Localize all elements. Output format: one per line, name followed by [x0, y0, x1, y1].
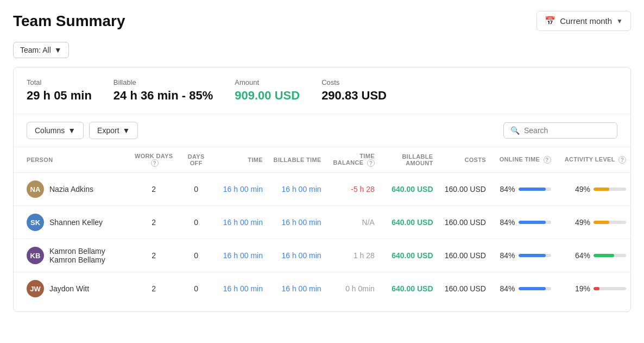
- table-wrap: PERSON WORK DAYS ? DAYS OFF TIME BILLABL…: [14, 147, 630, 311]
- amount-label: Amount: [235, 78, 300, 86]
- team-select-button[interactable]: Team: All ▼: [13, 42, 69, 58]
- online-bar-fill: [519, 221, 546, 224]
- col-header-activity-level: ACTIVITY LEVEL ?: [555, 147, 630, 173]
- billable-label: Billable: [113, 78, 213, 86]
- cell-costs: 160.00 USD: [438, 173, 490, 206]
- cell-workdays: 2: [130, 173, 178, 206]
- time-link[interactable]: 16 h 00 min: [223, 218, 263, 227]
- costs-value: 290.83 USD: [321, 89, 387, 103]
- cell-activity-level: 49%: [555, 173, 630, 206]
- col-header-billable-amount: BILLABLE AMOUNT: [379, 147, 438, 173]
- export-button[interactable]: Export ▼: [89, 122, 138, 139]
- main-card: Total 29 h 05 min Billable 24 h 36 min -…: [13, 67, 631, 312]
- person-name[interactable]: Shannen Kelley: [49, 218, 103, 227]
- avatar: JW: [27, 280, 44, 297]
- online-pct: 84%: [498, 284, 515, 293]
- cell-billable-time: 16 h 00 min: [267, 239, 326, 272]
- activity-bar-fill: [594, 254, 614, 257]
- time-link[interactable]: 16 h 00 min: [223, 251, 263, 260]
- cell-person: NA Nazia Adkins: [14, 173, 130, 206]
- online-help-icon: ?: [544, 156, 551, 164]
- toolbar: Columns ▼ Export ▼ 🔍: [14, 114, 630, 147]
- search-icon: 🔍: [510, 126, 520, 135]
- col-header-person: PERSON: [14, 147, 130, 173]
- online-bar: [519, 287, 551, 290]
- billable-time-link[interactable]: 16 h 00 min: [281, 218, 321, 227]
- cell-workdays: 2: [130, 239, 178, 272]
- col-header-daysoff: DAYS OFF: [178, 147, 215, 173]
- person-name[interactable]: Kamron Bellamy Kamron Bellamy: [49, 247, 125, 264]
- activity-pct: 49%: [573, 185, 590, 194]
- cell-activity-level: 64%: [555, 239, 630, 272]
- billable-time-link[interactable]: 16 h 00 min: [281, 185, 321, 194]
- time-link[interactable]: 16 h 00 min: [223, 185, 263, 194]
- cell-online-time: 84%: [490, 272, 555, 305]
- col-header-online-time: ONLINE TIME ?: [490, 147, 555, 173]
- avatar: SK: [27, 214, 44, 231]
- cell-billable-amount: 640.00 USD: [379, 173, 438, 206]
- cell-costs: 160.00 USD: [438, 272, 490, 305]
- stat-total: Total 29 h 05 min: [27, 78, 92, 103]
- table-row: KB Kamron Bellamy Kamron Bellamy 2 0 16 …: [14, 239, 630, 272]
- cell-person: SK Shannen Kelley: [14, 206, 130, 239]
- table-row: SK Shannen Kelley 2 0 16 h 00 min 16 h 0…: [14, 206, 630, 239]
- cell-person: KB Kamron Bellamy Kamron Bellamy: [14, 239, 130, 272]
- cell-activity-level: 19%: [555, 272, 630, 305]
- cell-balance: N/A: [326, 206, 379, 239]
- online-bar: [519, 188, 551, 191]
- table-head: PERSON WORK DAYS ? DAYS OFF TIME BILLABL…: [14, 147, 630, 173]
- stat-amount: Amount 909.00 USD: [235, 78, 300, 103]
- stats-row: Total 29 h 05 min Billable 24 h 36 min -…: [14, 67, 630, 114]
- balance-help-icon: ?: [367, 159, 375, 167]
- cell-billable-time: 16 h 00 min: [267, 272, 326, 305]
- time-link[interactable]: 16 h 00 min: [223, 284, 263, 293]
- table-row: NA Nazia Adkins 2 0 16 h 00 min 16 h 00 …: [14, 173, 630, 206]
- activity-bar: [594, 287, 626, 290]
- team-chevron-icon: ▼: [54, 46, 62, 54]
- avatar: NA: [27, 180, 44, 198]
- search-input[interactable]: [524, 126, 610, 135]
- activity-pct: 49%: [573, 218, 590, 227]
- export-chevron-icon: ▼: [123, 126, 130, 135]
- online-pct: 84%: [498, 185, 515, 194]
- cell-daysoff: 0: [178, 173, 215, 206]
- billable-time-link[interactable]: 16 h 00 min: [281, 284, 321, 293]
- cell-time: 16 h 00 min: [215, 173, 267, 206]
- cell-billable-amount: 640.00 USD: [379, 206, 438, 239]
- stat-costs: Costs 290.83 USD: [321, 78, 387, 103]
- person-name[interactable]: Nazia Adkins: [49, 185, 93, 194]
- cell-time: 16 h 00 min: [215, 272, 267, 305]
- search-wrapper: 🔍: [503, 122, 617, 139]
- cell-time: 16 h 00 min: [215, 239, 267, 272]
- cell-online-time: 84%: [490, 239, 555, 272]
- cell-balance: 0 h 0min: [326, 272, 379, 305]
- total-label: Total: [27, 78, 92, 86]
- activity-pct: 19%: [573, 284, 590, 293]
- cell-billable-amount: 640.00 USD: [379, 239, 438, 272]
- activity-bar: [594, 221, 626, 224]
- activity-bar-fill: [594, 221, 609, 224]
- team-filter: Team: All ▼: [13, 42, 631, 58]
- cell-activity-level: 49%: [555, 206, 630, 239]
- activity-pct: 64%: [573, 251, 590, 260]
- online-bar: [519, 221, 551, 224]
- current-month-button[interactable]: 📅 Current month ▼: [536, 11, 631, 31]
- billable-time-link[interactable]: 16 h 00 min: [281, 251, 321, 260]
- cell-online-time: 84%: [490, 173, 555, 206]
- stat-billable: Billable 24 h 36 min - 85%: [113, 78, 213, 103]
- col-header-workdays: WORK DAYS ?: [130, 147, 178, 173]
- current-month-label: Current month: [560, 16, 612, 26]
- columns-button[interactable]: Columns ▼: [27, 122, 84, 139]
- online-bar-fill: [519, 287, 546, 290]
- activity-bar: [594, 188, 626, 191]
- cell-daysoff: 0: [178, 272, 215, 305]
- online-pct: 84%: [498, 218, 515, 227]
- cell-daysoff: 0: [178, 239, 215, 272]
- cell-billable-time: 16 h 00 min: [267, 173, 326, 206]
- activity-bar-fill: [594, 188, 609, 191]
- cell-daysoff: 0: [178, 206, 215, 239]
- person-name[interactable]: Jaydon Witt: [49, 284, 89, 293]
- cell-balance: -5 h 28: [326, 173, 379, 206]
- table-row: JW Jaydon Witt 2 0 16 h 00 min 16 h 00 m…: [14, 272, 630, 305]
- col-header-time: TIME: [215, 147, 267, 173]
